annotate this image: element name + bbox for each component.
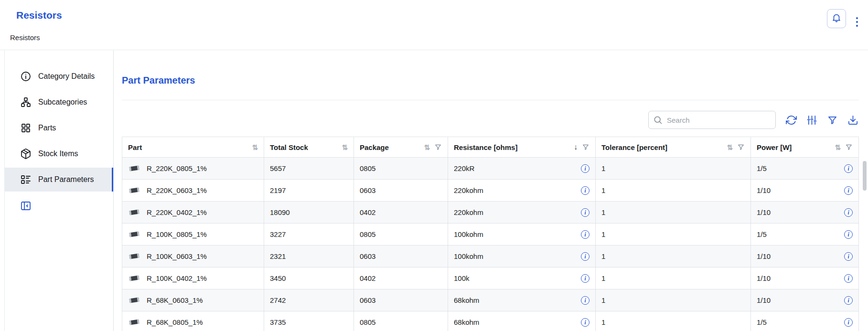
part-name: R_100K_0805_1% [147, 230, 207, 238]
sitemap-icon [20, 96, 32, 108]
part-thumbnail-icon [128, 296, 140, 304]
tolerance-cell: 1 [596, 246, 751, 267]
tolerance-cell: 1 [596, 180, 751, 202]
breadcrumb: Resistors [10, 33, 40, 42]
resistance-info-icon[interactable]: i [581, 164, 589, 173]
table-row[interactable]: R_100K_0402_1% 3450 0402 100k i 1 1/10 i [122, 267, 859, 289]
table-row[interactable]: R_220K_0805_1% 5657 0805 220kR i 1 1/5 i [122, 158, 859, 180]
table-row[interactable]: R_100K_0603_1% 2321 0603 100kohm i 1 1/1… [122, 246, 859, 267]
column-label: Tolerance [percent] [601, 143, 667, 151]
package-cell: 0805 [354, 224, 448, 246]
part-name: R_68K_0603_1% [147, 296, 203, 304]
table-row[interactable]: R_220K_0603_1% 2197 0603 220kohm i 1 1/1… [122, 180, 859, 202]
sidebar-item-category-details[interactable]: Category Details [4, 64, 113, 88]
refresh-button[interactable] [785, 114, 797, 126]
table-row[interactable]: R_68K_0603_1% 2742 0603 68kohm i 1 1/10 … [122, 289, 859, 311]
sidebar-item-part-parameters[interactable]: Part Parameters [4, 168, 113, 192]
column-filter-icon[interactable] [737, 143, 745, 151]
column-filter-icon[interactable] [845, 143, 853, 151]
sliders-icon [806, 115, 817, 126]
table-row[interactable]: R_68K_0805_1% 3735 0805 68kohm i 1 1/5 i [122, 311, 859, 331]
heading-divider [122, 100, 859, 100]
power-info-icon[interactable]: i [844, 318, 853, 327]
package-cell: 0805 [354, 158, 448, 180]
power-info-icon[interactable]: i [844, 252, 853, 261]
section-heading: Part Parameters [122, 75, 859, 86]
download-button[interactable] [847, 114, 859, 126]
package-cell: 0603 [354, 246, 448, 267]
resistance-info-icon[interactable]: i [581, 296, 589, 305]
resistance-info-icon[interactable]: i [581, 208, 589, 217]
part-name: R_100K_0402_1% [147, 274, 207, 282]
resistance-info-icon[interactable]: i [581, 230, 589, 239]
collapse-sidebar-icon[interactable] [20, 200, 32, 212]
sort-icon[interactable]: ⇅ [727, 144, 733, 151]
sidebar-item-stock-items[interactable]: Stock Items [4, 142, 113, 166]
resistance-info-icon[interactable]: i [581, 186, 589, 195]
part-thumbnail-icon [128, 164, 140, 172]
resistance-value: 220kohm [454, 186, 483, 194]
search-input[interactable] [648, 111, 776, 129]
box-icon [20, 148, 32, 160]
power-value: 1/10 [757, 186, 771, 194]
tolerance-cell: 1 [596, 267, 751, 289]
sort-icon[interactable]: ⇅ [835, 144, 841, 151]
column-header-part[interactable]: Part ⇅ [122, 137, 264, 158]
part-thumbnail-icon [128, 252, 140, 260]
column-header-power-w-[interactable]: Power [W] ⇅ [751, 137, 859, 158]
column-header-tolerance-percent-[interactable]: Tolerance [percent] ⇅ [596, 137, 751, 158]
sort-icon[interactable]: ⇅ [342, 144, 348, 151]
resistance-value: 220kohm [454, 208, 483, 216]
sidebar: Category Details Subcategories Parts Sto… [0, 50, 114, 331]
sidebar-item-parts[interactable]: Parts [4, 116, 113, 140]
filter-button[interactable] [826, 114, 838, 126]
kebab-menu-icon[interactable] [853, 13, 861, 31]
column-header-package[interactable]: Package ⇅ [354, 137, 448, 158]
tolerance-cell: 1 [596, 311, 751, 331]
power-info-icon[interactable]: i [844, 164, 853, 173]
info-icon [20, 71, 32, 82]
resistance-info-icon[interactable]: i [581, 318, 589, 327]
resistance-info-icon[interactable]: i [581, 274, 589, 283]
part-name: R_68K_0805_1% [147, 318, 203, 326]
part-thumbnail-icon [128, 208, 140, 216]
part-thumbnail-icon [128, 230, 140, 238]
power-info-icon[interactable]: i [844, 296, 853, 305]
top-bar: Resistors Resistors [0, 0, 868, 50]
notifications-button[interactable] [827, 9, 846, 28]
sidebar-item-label: Parts [38, 124, 56, 132]
tolerance-cell: 1 [596, 158, 751, 180]
column-header-resistance-ohms-[interactable]: Resistance [ohms] ↓ [448, 137, 596, 158]
sort-icon[interactable]: ↓ [574, 143, 578, 151]
package-cell: 0603 [354, 289, 448, 311]
column-settings-button[interactable] [805, 114, 818, 126]
power-value: 1/10 [757, 208, 771, 216]
power-info-icon[interactable]: i [844, 230, 853, 239]
column-label: Part [128, 143, 142, 151]
scrollbar-thumb[interactable] [863, 161, 867, 191]
part-parameters-table: Part ⇅ Total Stock ⇅ Package ⇅ Resistanc… [122, 137, 859, 331]
power-info-icon[interactable]: i [844, 186, 853, 195]
part-name: R_220K_0603_1% [147, 186, 207, 194]
power-info-icon[interactable]: i [844, 208, 853, 217]
column-header-total-stock[interactable]: Total Stock ⇅ [264, 137, 354, 158]
column-filter-icon[interactable] [434, 143, 442, 151]
total-stock-cell: 5657 [264, 158, 354, 180]
power-info-icon[interactable]: i [844, 274, 853, 283]
package-cell: 0805 [354, 311, 448, 331]
left-divider [4, 50, 5, 331]
resistance-value: 100k [454, 274, 470, 282]
column-label: Resistance [ohms] [454, 143, 517, 151]
resistance-value: 100kohm [454, 252, 483, 260]
column-filter-icon[interactable] [582, 143, 589, 151]
sidebar-item-subcategories[interactable]: Subcategories [4, 90, 113, 114]
resistance-value: 100kohm [454, 230, 483, 238]
sort-icon[interactable]: ⇅ [252, 144, 258, 151]
resistance-info-icon[interactable]: i [581, 252, 589, 261]
sidebar-item-label: Subcategories [38, 98, 87, 107]
table-row[interactable]: R_100K_0805_1% 3227 0805 100kohm i 1 1/5… [122, 224, 859, 246]
sort-icon[interactable]: ⇅ [424, 144, 430, 151]
column-label: Total Stock [270, 143, 308, 151]
bell-icon [831, 12, 842, 25]
table-row[interactable]: R_220K_0402_1% 18090 0402 220kohm i 1 1/… [122, 202, 859, 224]
